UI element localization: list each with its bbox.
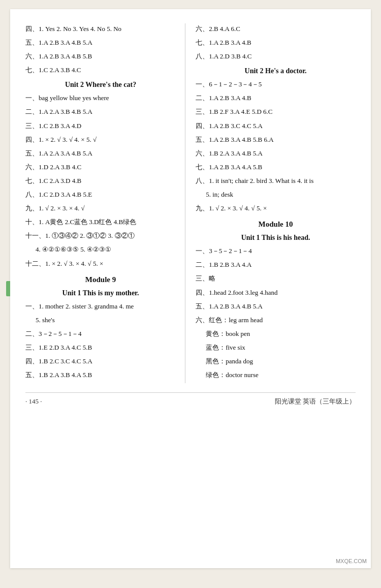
answer-line: 三、略	[196, 273, 356, 284]
answer-line: 六、1.A 2.B 3.A 4.B 5.B	[25, 51, 176, 62]
answer-line: 十、1. A黄色 2.C蓝色 3.D红色 4.B绿色	[25, 216, 176, 228]
section-title: Unit 2 Where's the cat?	[25, 81, 176, 89]
section-title: Unit 2 He's a doctor.	[196, 67, 356, 75]
answer-line: 四、1.B 2.C 3.C 4.C 5.A	[25, 356, 176, 367]
answer-line: 二、1.A 2.B 3.A 4.B	[196, 92, 356, 104]
answer-line: 六、2.B 4.A 6.C	[196, 23, 356, 35]
answer-line: 十一、1. ①③④② 2. ③①② 3. ③②①	[25, 230, 176, 241]
answer-line: 五、1.A 2.B 3.A 4.B 5.B 6.A	[196, 134, 356, 145]
answer-line: 一、1. mother 2. sister 3. grandma 4. me	[25, 301, 176, 312]
section-title: Unit 1 This is his head.	[196, 234, 356, 242]
answer-line: 九、1. √ 2. × 3. √ 4. √ 5. ×	[196, 203, 356, 214]
module-title: Module 9	[25, 275, 176, 284]
answer-line: 四、1.head 2.foot 3.leg 4.hand	[196, 287, 356, 298]
left-column: 四、1. Yes 2. No 3. Yes 4. No 5. No五、1.A 2…	[25, 23, 185, 383]
module-title: Module 10	[196, 220, 356, 229]
answer-line: 五、1.A 2.B 3.A 4.B 5.A	[196, 301, 356, 312]
answer-line: 一、3－5－2－1－4	[196, 245, 356, 257]
answer-line: 三、1.B 2.F 3.A 4.E 5.D 6.C	[196, 106, 356, 117]
answer-line: 5. she's	[36, 315, 176, 326]
answer-line: 四、1. Yes 2. No 3. Yes 4. No 5. No	[25, 23, 176, 35]
answer-line: 六、1.D 2.A 3.B 4.C	[25, 162, 176, 173]
footer-text: 阳光课堂 英语（三年级上）	[275, 397, 356, 406]
right-column: 六、2.B 4.A 6.C七、1.A 2.B 3.A 4.B八、1.A 2.D …	[185, 23, 356, 383]
section-title: Unit 1 This is my mother.	[25, 289, 176, 297]
answer-line: 五、1.B 2.A 3.B 4.A 5.B	[25, 369, 176, 381]
page-footer: · 145 · 阳光课堂 英语（三年级上）	[25, 392, 356, 406]
answer-line: 八、1.C 2.D 3.A 4.B 5.E	[25, 189, 176, 200]
answer-line: 二、3－2－5－1－4	[25, 328, 176, 339]
answer-line: 三、1.C 2.B 3.A 4.D	[25, 120, 176, 132]
answer-line: 五、1.A 2.B 3.A 4.B 5.A	[25, 37, 176, 48]
answer-line: 4. ④②①⑥③⑤ 5. ④②③①	[36, 244, 176, 255]
answer-line: 七、1.C 2.A 3.B 4.C	[25, 65, 176, 76]
tab-marker	[6, 281, 10, 296]
answer-line: 二、1.B 2.B 3.A 4.A	[196, 259, 356, 270]
answer-line: 六、红色：leg arm head	[196, 315, 356, 326]
answer-line: 三、1.E 2.D 3.A 4.C 5.B	[25, 342, 176, 353]
answer-line: 5. in; desk	[206, 189, 356, 200]
page-number: · 145 ·	[25, 397, 42, 406]
answer-line: 一、bag yellow blue yes where	[25, 92, 176, 104]
answer-line: 六、1.B 2.A 3.A 4.B 5.A	[196, 148, 356, 159]
answer-line: 二、1.A 2.A 3.B 4.B 5.A	[25, 106, 176, 117]
columns: 四、1. Yes 2. No 3. Yes 4. No 5. No五、1.A 2…	[25, 23, 356, 383]
answer-line: 黄色：book pen	[206, 328, 356, 339]
answer-line: 一、6－1－2－3－4－5	[196, 79, 356, 90]
answer-line: 九、1. √ 2. × 3. × 4. √	[25, 203, 176, 214]
watermark: MXQE.COM	[336, 558, 367, 564]
answer-line: 八、1. it isn't; chair 2. bird 3. What is …	[196, 175, 356, 187]
answer-line: 七、1.A 2.B 3.A 4.A 5.B	[196, 162, 356, 173]
answer-line: 十二、1. × 2. √ 3. × 4. √ 5. ×	[25, 258, 176, 269]
answer-line: 蓝色：five six	[206, 342, 356, 353]
answer-line: 四、1.A 2.B 3.C 4.C 5.A	[196, 120, 356, 132]
page: 四、1. Yes 2. No 3. Yes 4. No 5. No五、1.A 2…	[10, 9, 371, 568]
answer-line: 黑色：panda dog	[206, 356, 356, 367]
answer-line: 绿色：doctor nurse	[206, 369, 356, 381]
answer-line: 八、1.A 2.D 3.B 4.C	[196, 51, 356, 62]
answer-line: 七、1.C 2.A 3.D 4.B	[25, 175, 176, 187]
answer-line: 四、1. × 2. √ 3. √ 4. × 5. √	[25, 134, 176, 145]
answer-line: 五、1.A 2.A 3.A 4.B 5.A	[25, 148, 176, 159]
answer-line: 七、1.A 2.B 3.A 4.B	[196, 37, 356, 48]
